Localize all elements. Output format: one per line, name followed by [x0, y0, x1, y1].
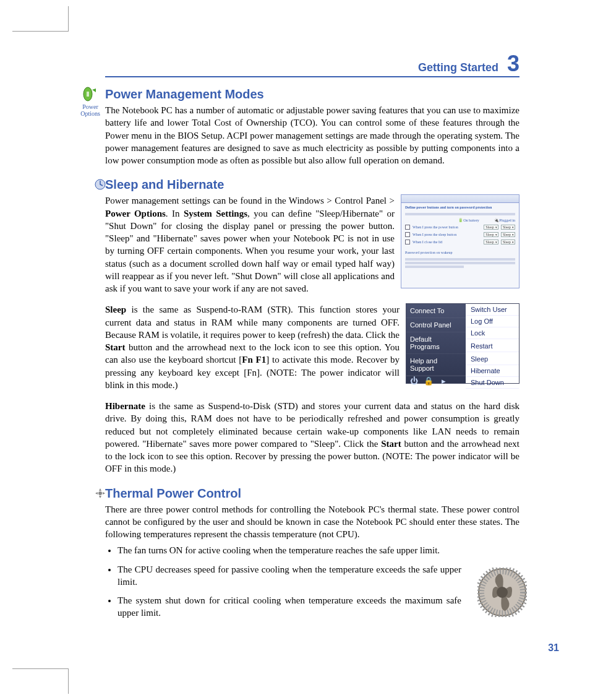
t: . In — [166, 209, 184, 218]
dialog-heading: Define power buttons and turn on passwor… — [401, 203, 519, 212]
t: Start — [381, 439, 401, 449]
menu-item: Lock — [466, 327, 519, 339]
t: Hibernate — [105, 401, 145, 411]
start-menu-right-panel: Switch User Log Off Lock Restart Sleep H… — [466, 304, 519, 383]
section-power-management: Power Options Power Management Modes The… — [105, 87, 519, 166]
section-name: Getting Started — [418, 61, 498, 74]
list-item: The fan turns ON for active cooling when… — [118, 544, 464, 556]
page-number: 31 — [548, 642, 559, 654]
menu-item: Control Panel — [406, 318, 466, 332]
page-content: Getting Started 3 Power Options Power Ma… — [105, 53, 519, 631]
menu-item: Sleep — [466, 353, 519, 365]
dropdown: Sleep — [484, 240, 498, 244]
menu-item: Connect To — [406, 304, 466, 318]
text-power-management-body: The Notebook PC has a number of automati… — [105, 104, 519, 166]
arrow-icon: ▸ — [436, 376, 451, 386]
svg-rect-1 — [87, 92, 89, 97]
text-thermal-intro: There are three power control methods fo… — [105, 503, 519, 541]
text-sleep-p1: Power management settings can be found i… — [105, 194, 395, 295]
heading-thermal: Thermal Power Control — [105, 486, 519, 501]
pwd-heading: Password protection on wakeup — [401, 248, 519, 257]
fan-figure — [477, 568, 527, 620]
section-thermal-control: Thermal Power Control There are three po… — [105, 486, 519, 620]
heading-sleep-hibernate: Sleep and Hibernate — [105, 178, 519, 192]
row-label: When I press the sleep button — [413, 233, 481, 236]
sleep-icon — [89, 179, 111, 191]
menu-item: Log Off — [466, 316, 519, 327]
start-menu-left-panel: Connect To Control Panel Default Program… — [406, 304, 466, 383]
text-sleep-p2: Sleep is the same as Suspend-to-RAM (STR… — [105, 303, 400, 391]
t: Power Options — [105, 209, 166, 218]
row-label: When I press the power button — [413, 225, 481, 229]
crop-mark-top — [12, 6, 69, 32]
heading-power-management: Power Management Modes — [105, 87, 519, 102]
power-options-icon: Power Options — [79, 86, 101, 117]
t: Fn F1 — [242, 355, 266, 365]
figure-start-menu: Connect To Control Panel Default Program… — [406, 303, 519, 384]
power-options-icon-label: Power Options — [80, 103, 100, 117]
svg-point-6 — [497, 587, 508, 598]
row-label: When I close the lid — [413, 240, 481, 244]
t: Start — [105, 342, 126, 352]
menu-item: Switch User — [466, 304, 519, 316]
dropdown: Sleep — [501, 225, 515, 230]
menu-item: Shut Down — [466, 377, 519, 389]
thermal-icon — [89, 488, 111, 500]
dropdown: Sleep — [501, 232, 515, 237]
section-sleep-hibernate: Sleep and Hibernate Power management set… — [105, 178, 519, 475]
dropdown: Sleep — [501, 240, 515, 244]
col-on-battery: 🔋 On battery — [458, 218, 479, 222]
menu-item: Hibernate — [466, 365, 519, 377]
page-header: Getting Started 3 — [105, 53, 519, 77]
list-item: The CPU decreases speed for passive cool… — [118, 563, 464, 589]
col-plugged-in: 🔌 Plugged in — [494, 218, 515, 222]
chapter-number: 3 — [507, 53, 519, 75]
crop-mark-bottom — [12, 668, 69, 694]
row-sleep-p1: Power management settings can be found i… — [105, 194, 519, 303]
figure-power-options-dialog: Define power buttons and turn on passwor… — [401, 194, 519, 288]
t: , you can define "Sleep/Hibernate" or "S… — [105, 209, 395, 294]
dropdown: Sleep — [484, 232, 498, 237]
svg-point-3 — [98, 491, 102, 495]
row-sleep-p2: Sleep is the same as Suspend-to-RAM (STR… — [105, 303, 519, 400]
t: is the same as Suspend-to-RAM (STR). Thi… — [105, 305, 400, 340]
power-icon: ⏻ — [406, 376, 421, 386]
lock-icon: 🔒 — [421, 376, 436, 386]
t: System Settings — [184, 209, 247, 218]
menu-item: Restart — [466, 340, 519, 352]
t: Sleep — [105, 305, 126, 314]
dropdown: Sleep — [484, 225, 498, 230]
menu-item: Help and Support — [406, 354, 466, 376]
list-item: The system shut down for critical coolin… — [118, 594, 464, 620]
t: Power management settings can be found i… — [105, 196, 395, 205]
menu-item: Default Programs — [406, 332, 466, 354]
thermal-bullet-list: The fan turns ON for active cooling when… — [105, 544, 464, 619]
text-hibernate-p3: Hibernate is the same as Suspend-to-Disk… — [105, 400, 519, 475]
